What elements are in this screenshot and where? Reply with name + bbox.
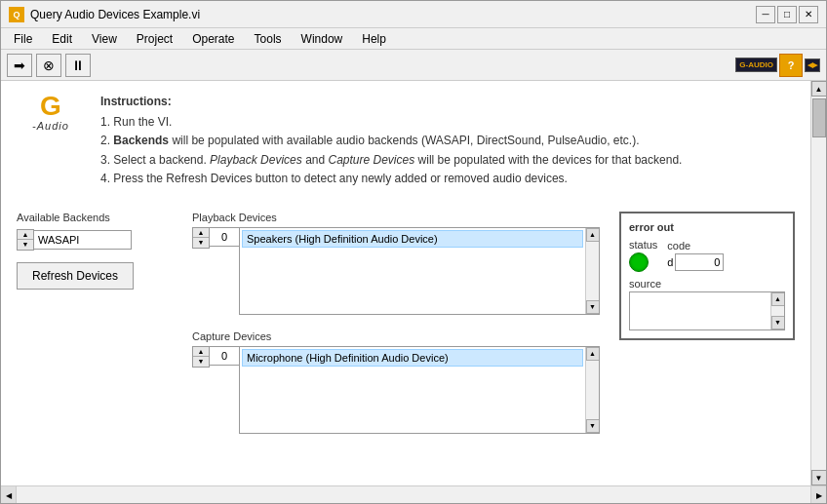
source-area: source ▲ ▼ [629,278,785,330]
status-label: status [629,239,657,251]
error-out-label: error out [629,221,785,233]
menu-file[interactable]: File [5,29,41,49]
pause-button[interactable]: ⏸ [65,54,91,77]
toolbar: ➡ ⊗ ⏸ G-AUDIO ? ◀▶ [1,50,826,81]
window-icon: Q [9,7,24,22]
source-scroll-up[interactable]: ▲ [771,292,785,306]
step4: 4. Press the Refresh Devices button to d… [100,170,682,188]
capture-item-0[interactable]: Microphone (High Definition Audio Device… [242,349,583,367]
error-out-panel: error out status code d [619,212,795,340]
step3-italic1: Playback Devices [210,153,302,167]
menu-window[interactable]: Window [293,29,352,49]
backends-control: ▲ ▼ [17,229,173,251]
capture-item-2[interactable] [242,384,583,402]
window-controls: ─ □ ✕ [756,6,818,23]
hscroll-right-arrow[interactable]: ▶ [810,486,826,505]
scroll-thumb[interactable] [812,98,826,137]
playback-spin-down[interactable]: ▼ [193,238,209,248]
code-input[interactable] [675,253,724,271]
maximize-button[interactable]: □ [777,6,797,23]
capture-item-1[interactable] [242,367,583,384]
backends-spin-up[interactable]: ▲ [18,230,33,240]
scroll-down-arrow[interactable]: ▼ [811,470,827,485]
status-indicator [629,252,649,272]
playback-row: ▲ ▼ Speakers (High Definition Audio Devi… [192,227,600,315]
menu-edit[interactable]: Edit [43,29,81,49]
playback-scroll-up[interactable]: ▲ [586,228,600,242]
logo-g: G [40,93,61,120]
code-field: d [667,253,724,271]
controls-area: Available Backends ▲ ▼ Refresh Devices [17,204,795,442]
horizontal-scrollbar[interactable]: ◀ ▶ [1,485,826,504]
step3-suffix: will be populated with the devices for t… [414,153,682,167]
menu-operate[interactable]: Operate [183,29,243,49]
capture-spin-down[interactable]: ▼ [193,357,209,367]
capture-scroll-up[interactable]: ▲ [586,347,600,361]
hscroll-track [17,486,810,505]
playback-item-2[interactable] [242,265,583,283]
source-textbox[interactable]: ▲ ▼ [629,291,785,330]
logo-text: -Audio [32,120,69,132]
title-bar: Q Query Audio Devices Example.vi ─ □ ✕ [1,1,826,28]
source-label: source [629,278,785,290]
capture-spin-up[interactable]: ▲ [193,347,209,357]
abort-button[interactable]: ⊗ [36,54,61,77]
window-title: Query Audio Devices Example.vi [30,8,200,21]
main-area: G -Audio Instructions: 1. Run the VI. 2.… [1,81,826,485]
close-button[interactable]: ✕ [799,6,818,23]
playback-item-1[interactable] [242,248,583,265]
source-scrollbar[interactable]: ▲ ▼ [770,292,784,330]
capture-scroll-down[interactable]: ▼ [586,419,600,433]
step3-italic2: Capture Devices [329,153,415,167]
minimize-button[interactable]: ─ [756,6,775,23]
menu-view[interactable]: View [83,29,126,49]
backends-section: Available Backends ▲ ▼ [17,212,173,251]
step3-middle: and [302,153,329,167]
step3: 3. Select a backend. Playback Devices an… [100,151,682,170]
playback-spin-up[interactable]: ▲ [193,228,209,238]
instructions-section: G -Audio Instructions: 1. Run the VI. 2.… [17,93,795,188]
menu-help[interactable]: Help [353,29,395,49]
content-panel: G -Audio Instructions: 1. Run the VI. 2.… [1,81,810,485]
playback-section: Playback Devices ▲ ▼ Speakers (High Defi… [192,212,600,315]
backends-spin-down[interactable]: ▼ [18,240,33,250]
menu-bar: File Edit View Project Operate Tools Win… [1,28,826,50]
playback-scrollbar[interactable]: ▲ ▼ [585,228,599,314]
playback-index[interactable] [210,227,239,247]
step1: 1. Run the VI. [100,113,682,132]
playback-listbox[interactable]: Speakers (High Definition Audio Device) … [239,227,600,315]
code-label: code [667,240,724,252]
step2-suffix: will be populated with available audio b… [169,134,639,147]
backends-input[interactable] [34,230,132,250]
gaudio-badge: G-AUDIO [735,58,777,72]
scroll-up-arrow[interactable]: ▲ [811,81,827,97]
playback-label: Playback Devices [192,212,600,223]
help-button[interactable]: ? [779,54,803,77]
playback-item-0[interactable]: Speakers (High Definition Audio Device) [242,230,583,248]
step2: 2. Backends will be populated with avail… [100,132,682,150]
run-button[interactable]: ➡ [7,54,32,77]
error-status-row: status code d [629,239,785,272]
capture-scrollbar[interactable]: ▲ ▼ [585,347,599,433]
vertical-scrollbar[interactable]: ▲ ▼ [810,81,826,485]
menu-project[interactable]: Project [128,29,181,49]
capture-listbox[interactable]: Microphone (High Definition Audio Device… [239,346,600,434]
menu-tools[interactable]: Tools [246,29,291,49]
code-prefix: d [667,256,673,268]
middle-column: Playback Devices ▲ ▼ Speakers (High Defi… [192,212,600,434]
step2-bold: Backends [113,134,169,147]
backends-spinner[interactable]: ▲ ▼ [17,229,34,251]
capture-spinner[interactable]: ▲ ▼ [192,346,210,368]
refresh-devices-button[interactable]: Refresh Devices [17,262,134,290]
playback-scroll-down[interactable]: ▼ [586,300,600,314]
hscroll-left-arrow[interactable]: ◀ [1,486,17,505]
playback-spinner[interactable]: ▲ ▼ [192,227,210,249]
instructions-title: Instructions: [100,93,682,111]
capture-index[interactable] [210,346,239,366]
instructions-text: Instructions: 1. Run the VI. 2. Backends… [100,93,682,188]
capture-section: Capture Devices ▲ ▼ Microphone (High Def… [192,330,600,434]
capture-label: Capture Devices [192,330,600,342]
source-scroll-down[interactable]: ▼ [771,316,785,330]
step3-prefix: 3. Select a backend. [100,153,210,167]
backends-label: Available Backends [17,212,173,223]
